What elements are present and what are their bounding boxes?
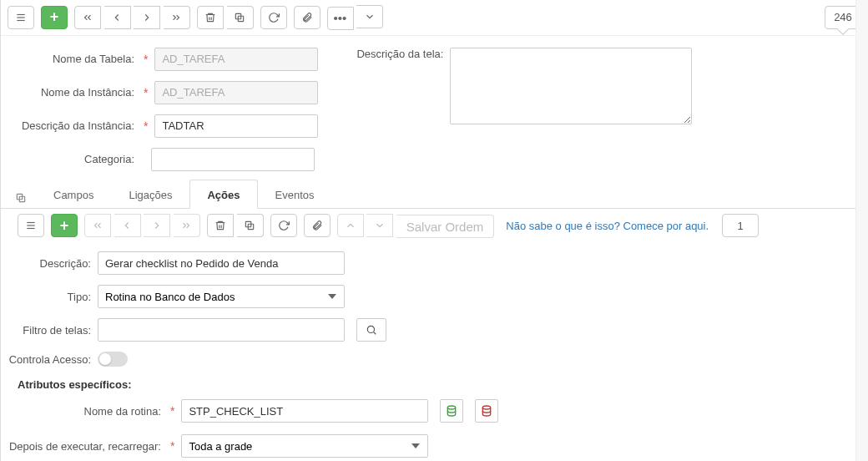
more-button[interactable]: ••• [327, 7, 354, 30]
sub-record-counter[interactable]: 1 [722, 214, 759, 237]
sub-nav-last-button[interactable] [174, 214, 200, 237]
tab-ligacoes[interactable]: Ligações [111, 180, 189, 209]
nome-rotina-input[interactable] [181, 399, 428, 423]
atributos-section-title: Atributos específicos: [1, 367, 868, 399]
sub-attachment-button[interactable] [304, 214, 331, 237]
record-counter-value: 246 [834, 11, 852, 23]
filtro-search-button[interactable] [356, 318, 386, 342]
controla-acesso-label: Controla Acesso: [1, 353, 91, 366]
tipo-label: Tipo: [1, 291, 91, 303]
rotina-edit-button[interactable] [440, 399, 463, 423]
desc-instancia-label: Descrição da Instância: [1, 119, 134, 132]
categoria-input[interactable] [151, 148, 315, 171]
required-marker: * [168, 404, 174, 418]
filtro-input[interactable] [98, 318, 345, 342]
categoria-label: Categoria: [1, 153, 134, 165]
nome-rotina-label: Nome da rotina: [1, 405, 161, 418]
salvar-ordem-button[interactable]: Salvar Ordem [396, 215, 495, 238]
list-view-button[interactable] [8, 6, 34, 29]
tab-campos[interactable]: Campos [36, 180, 111, 209]
refresh-button[interactable] [260, 6, 287, 29]
nav-last-button[interactable] [164, 6, 190, 29]
copy-button[interactable] [227, 6, 254, 29]
tipo-select[interactable]: Rotina no Banco de Dados [98, 285, 345, 308]
move-up-button[interactable] [337, 214, 364, 237]
depois-executar-label: Depois de executar, recarregar: [1, 440, 161, 453]
tabs-copy-icon[interactable] [11, 188, 31, 208]
required-marker: * [141, 86, 148, 99]
depois-executar-select[interactable]: Toda a grade [181, 434, 428, 458]
add-button[interactable]: + [41, 6, 68, 29]
svg-point-18 [448, 406, 456, 409]
sub-refresh-button[interactable] [270, 214, 297, 237]
app-root: { "top": { "counter": "246" }, "form": {… [0, 0, 868, 461]
sub-toolbar: + Salvar Ordem Não sabe o que é isso? Co… [1, 209, 868, 244]
sub-nav-first-button[interactable] [84, 214, 111, 237]
more-dropdown-button[interactable] [356, 5, 383, 28]
sub-add-button[interactable]: + [51, 214, 78, 237]
desc-instancia-input[interactable] [154, 114, 318, 138]
sub-nav-prev-button[interactable] [114, 214, 141, 237]
descricao-label: Descrição: [1, 257, 91, 270]
tabs: Campos Ligações Ações Eventos [1, 180, 868, 209]
required-marker: * [141, 53, 148, 66]
required-marker: * [168, 439, 174, 453]
controla-acesso-toggle[interactable] [98, 352, 128, 367]
svg-point-19 [483, 406, 491, 409]
delete-button[interactable] [197, 6, 224, 29]
nome-tabela-input[interactable] [154, 48, 318, 71]
nav-prev-button[interactable] [104, 6, 131, 29]
main-form: Nome da Tabela:* Nome da Instância:* Des… [1, 36, 868, 176]
nav-first-button[interactable] [74, 6, 101, 29]
nav-next-button[interactable] [134, 6, 160, 29]
tab-acoes[interactable]: Ações [189, 180, 257, 209]
tab-eventos[interactable]: Eventos [258, 180, 332, 209]
descricao-input[interactable] [98, 251, 345, 275]
sub-form: Descrição: Tipo: Rotina no Banco de Dado… [1, 243, 868, 461]
nome-instancia-input[interactable] [154, 81, 318, 104]
move-down-button[interactable] [366, 214, 393, 237]
rotina-delete-button[interactable] [475, 399, 498, 423]
top-toolbar: + ••• 246 [1, 0, 868, 36]
sub-list-view-button[interactable] [18, 214, 44, 237]
nome-instancia-label: Nome da Instância: [1, 86, 134, 99]
sub-record-counter-value: 1 [737, 220, 743, 232]
sub-nav-next-button[interactable] [144, 214, 170, 237]
desc-tela-label: Descrição da tela: [351, 48, 443, 60]
nome-tabela-label: Nome da Tabela: [1, 53, 134, 65]
help-link[interactable]: Não sabe o que é isso? Comece por aqui. [506, 220, 709, 232]
sub-delete-button[interactable] [207, 214, 234, 237]
filtro-label: Filtro de telas: [1, 324, 91, 337]
desc-tela-textarea[interactable] [450, 48, 692, 124]
attachment-button[interactable] [294, 6, 320, 29]
sub-copy-button[interactable] [237, 214, 264, 237]
svg-line-17 [374, 332, 376, 335]
svg-point-16 [367, 326, 374, 332]
required-marker: * [141, 119, 148, 133]
scrollbar[interactable] [855, 0, 868, 461]
